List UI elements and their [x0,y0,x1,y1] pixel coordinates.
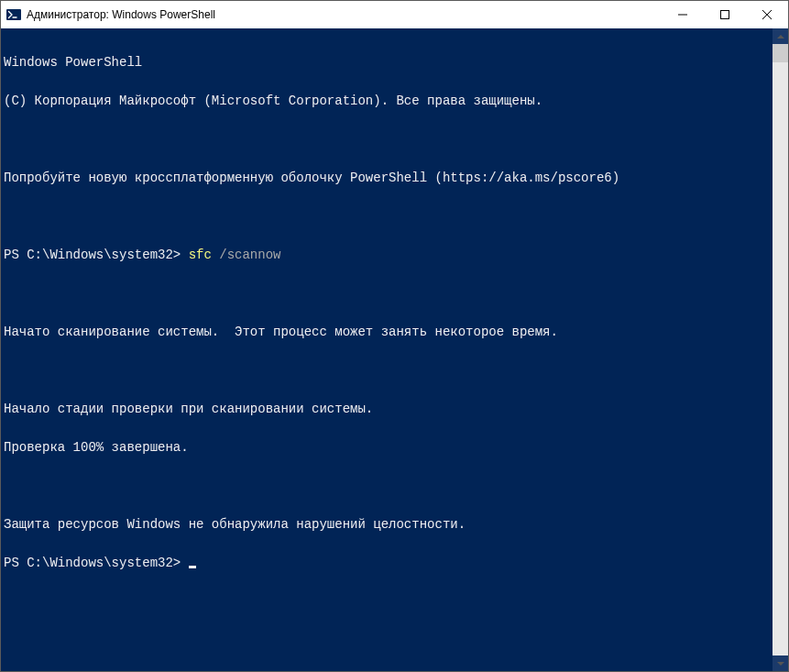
console-line [4,210,773,223]
svg-rect-3 [721,11,729,19]
powershell-icon [6,7,21,22]
vertical-scrollbar[interactable] [773,28,788,671]
console-output[interactable]: Windows PowerShell (C) Корпорация Майкро… [1,28,773,671]
console-line: Защита ресурсов Windows не обнаружила на… [4,518,773,531]
prompt-command: sfc [189,248,212,262]
console-line: Windows PowerShell [4,56,773,69]
titlebar[interactable]: Администратор: Windows PowerShell [1,1,788,28]
console-line [4,287,773,300]
powershell-window: Администратор: Windows PowerShell Window… [0,0,789,672]
console-line [4,133,773,146]
console-line: Начато сканирование системы. Этот процес… [4,325,773,338]
cursor-icon [189,566,196,568]
console-line [4,364,773,377]
minimize-button[interactable] [662,1,704,28]
scroll-track[interactable] [773,44,788,655]
console-line: Проверка 100% завершена. [4,441,773,454]
console-line: (C) Корпорация Майкрософт (Microsoft Cor… [4,94,773,107]
window-title: Администратор: Windows PowerShell [27,8,662,21]
maximize-button[interactable] [704,1,746,28]
console-prompt-line: PS C:\Windows\system32> [4,556,773,569]
scroll-up-button[interactable] [773,28,788,44]
prompt-prefix: PS C:\Windows\system32> [4,556,189,570]
console-line [4,479,773,492]
scroll-thumb[interactable] [773,44,788,62]
svg-rect-0 [6,9,21,20]
window-controls [662,1,788,28]
console-prompt-line: PS C:\Windows\system32> sfc /scannow [4,248,773,261]
scroll-down-button[interactable] [773,655,788,671]
close-button[interactable] [746,1,788,28]
prompt-prefix: PS C:\Windows\system32> [4,248,189,262]
console-area: Windows PowerShell (C) Корпорация Майкро… [1,28,788,671]
console-line: Начало стадии проверки при сканировании … [4,402,773,415]
prompt-argument: /scannow [212,248,281,262]
console-line: Попробуйте новую кроссплатформенную обол… [4,171,773,184]
